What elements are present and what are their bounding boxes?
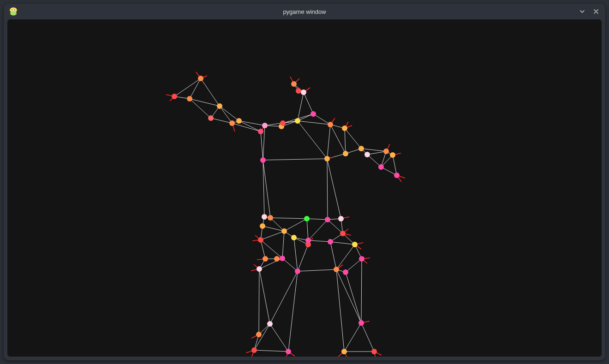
graph-node[interactable] bbox=[172, 94, 177, 99]
svg-line-101 bbox=[254, 324, 270, 350]
svg-line-110 bbox=[361, 323, 374, 352]
svg-line-106 bbox=[336, 269, 361, 323]
graph-node[interactable] bbox=[334, 267, 339, 272]
graph-node[interactable] bbox=[296, 88, 301, 94]
svg-line-81 bbox=[330, 242, 355, 245]
graph-node[interactable] bbox=[324, 156, 330, 161]
graph-node[interactable] bbox=[258, 237, 263, 243]
svg-line-38 bbox=[345, 128, 346, 154]
graph-node[interactable] bbox=[378, 164, 384, 170]
graph-node[interactable] bbox=[342, 125, 347, 131]
graph-node[interactable] bbox=[295, 118, 300, 124]
svg-point-3 bbox=[12, 9, 12, 10]
graph-node[interactable] bbox=[325, 217, 330, 222]
graph-node[interactable] bbox=[280, 120, 286, 126]
graph-viewport bbox=[7, 19, 602, 357]
svg-line-30 bbox=[298, 92, 304, 121]
minimize-button[interactable] bbox=[576, 5, 589, 18]
graph-node[interactable] bbox=[267, 321, 273, 327]
titlebar[interactable]: pygame window bbox=[4, 4, 605, 19]
svg-line-104 bbox=[270, 271, 298, 324]
graph-node[interactable] bbox=[208, 115, 214, 121]
svg-line-58 bbox=[327, 159, 328, 220]
graph-node[interactable] bbox=[256, 332, 262, 337]
svg-line-15 bbox=[220, 106, 239, 121]
graph-node[interactable] bbox=[281, 228, 287, 234]
graph-node[interactable] bbox=[358, 146, 364, 151]
graph-node[interactable] bbox=[340, 231, 346, 236]
graph-node[interactable] bbox=[328, 239, 333, 245]
graph-node[interactable] bbox=[343, 269, 348, 275]
graph-node[interactable] bbox=[251, 347, 257, 353]
pygame-canvas[interactable] bbox=[7, 19, 602, 357]
svg-line-34 bbox=[304, 92, 313, 114]
svg-line-108 bbox=[361, 259, 362, 323]
graph-node[interactable] bbox=[236, 118, 242, 124]
graph-node[interactable] bbox=[358, 320, 364, 326]
svg-line-93 bbox=[298, 269, 336, 271]
graph-node[interactable] bbox=[295, 269, 300, 274]
graph-node[interactable] bbox=[338, 216, 344, 221]
graph-node[interactable] bbox=[274, 256, 280, 262]
graph-node[interactable] bbox=[187, 96, 192, 101]
svg-line-7 bbox=[190, 78, 201, 99]
svg-line-95 bbox=[346, 259, 362, 272]
graph-node[interactable] bbox=[304, 216, 310, 221]
svg-line-45 bbox=[367, 155, 381, 167]
svg-line-82 bbox=[330, 242, 336, 269]
graph-node[interactable] bbox=[260, 223, 265, 229]
graph-node[interactable] bbox=[301, 90, 306, 95]
graph-node[interactable] bbox=[286, 349, 291, 354]
graph-node[interactable] bbox=[291, 235, 297, 240]
svg-line-73 bbox=[261, 240, 265, 259]
graph-node[interactable] bbox=[263, 256, 268, 262]
graph-node[interactable] bbox=[343, 151, 348, 156]
graph-node[interactable] bbox=[364, 152, 370, 157]
graph-node[interactable] bbox=[394, 173, 400, 178]
svg-line-40 bbox=[345, 128, 361, 149]
svg-line-11 bbox=[190, 99, 211, 118]
svg-line-90 bbox=[282, 258, 298, 271]
svg-line-44 bbox=[367, 151, 386, 155]
svg-line-78 bbox=[308, 240, 330, 242]
svg-line-54 bbox=[263, 159, 327, 160]
close-button[interactable] bbox=[590, 5, 603, 18]
graph-node[interactable] bbox=[257, 266, 262, 272]
svg-line-105 bbox=[288, 271, 298, 352]
graph-node[interactable] bbox=[217, 103, 222, 109]
svg-line-91 bbox=[294, 238, 298, 271]
svg-line-63 bbox=[270, 218, 284, 231]
graph-node[interactable] bbox=[291, 81, 297, 87]
graph-node[interactable] bbox=[371, 349, 377, 354]
graph-node[interactable] bbox=[268, 215, 273, 221]
svg-line-107 bbox=[346, 272, 361, 323]
svg-line-88 bbox=[261, 240, 282, 258]
graph-node[interactable] bbox=[198, 76, 203, 81]
graph-node[interactable] bbox=[305, 238, 311, 243]
graph-node[interactable] bbox=[383, 149, 389, 154]
svg-line-60 bbox=[270, 218, 307, 219]
graph-node[interactable] bbox=[328, 122, 333, 127]
window-controls bbox=[576, 4, 603, 19]
graph-node[interactable] bbox=[262, 123, 268, 128]
graph-node[interactable] bbox=[280, 256, 285, 261]
svg-line-49 bbox=[393, 155, 397, 175]
graph-node[interactable] bbox=[229, 120, 235, 126]
graph-node[interactable] bbox=[390, 152, 395, 158]
graph-node[interactable] bbox=[352, 242, 358, 247]
svg-line-43 bbox=[361, 149, 386, 151]
graph-node[interactable] bbox=[359, 256, 364, 262]
graph-node[interactable] bbox=[260, 157, 266, 163]
graph-node[interactable] bbox=[258, 129, 263, 134]
graph-node[interactable] bbox=[341, 349, 347, 354]
svg-line-57 bbox=[327, 159, 341, 219]
window-title: pygame window bbox=[4, 8, 605, 15]
svg-line-6 bbox=[174, 78, 201, 96]
svg-line-112 bbox=[336, 269, 344, 352]
svg-line-92 bbox=[298, 245, 308, 271]
graph-spikes bbox=[166, 72, 405, 357]
graph-node[interactable] bbox=[262, 214, 267, 220]
graph-node[interactable] bbox=[310, 111, 316, 117]
svg-line-53 bbox=[298, 121, 327, 159]
svg-point-4 bbox=[14, 9, 15, 10]
